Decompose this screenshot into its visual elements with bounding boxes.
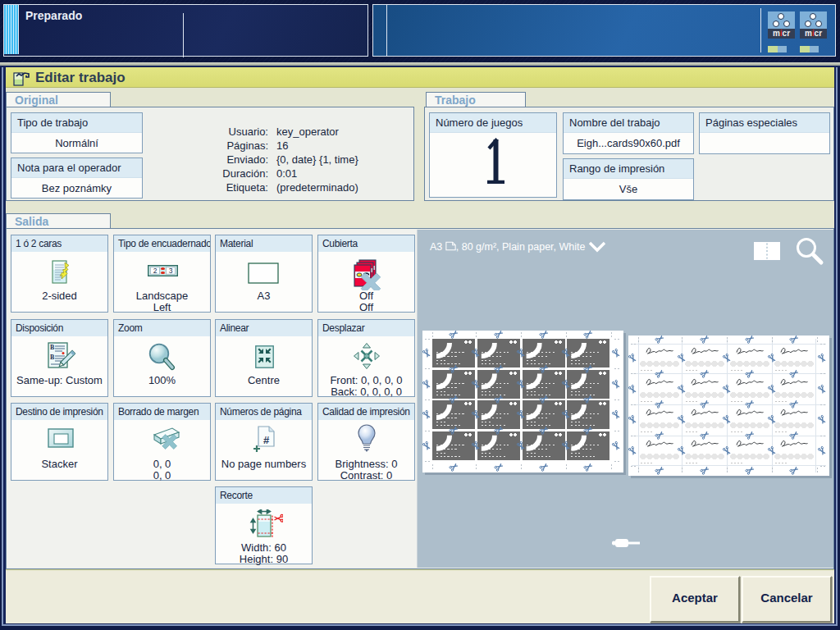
svg-text:B: B <box>50 354 55 361</box>
svg-text:3: 3 <box>169 267 173 275</box>
svg-text:2: 2 <box>153 267 158 275</box>
svg-text:B: B <box>50 344 55 351</box>
svg-text:#: # <box>263 434 270 446</box>
